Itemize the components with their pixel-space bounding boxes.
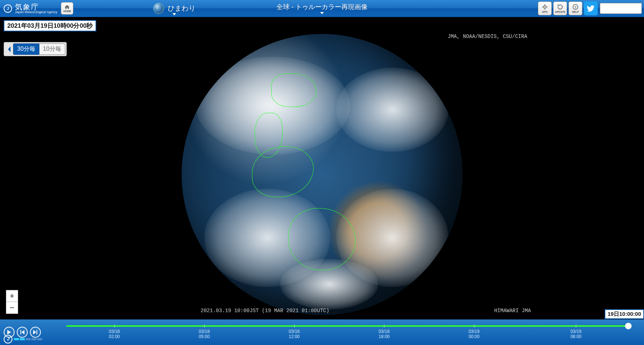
- step-back-icon: [20, 330, 25, 335]
- region-title: 全球 - トゥルーカラー再現画像: [276, 3, 368, 11]
- play-icon: [7, 330, 11, 335]
- agency-logo[interactable]: J 気象庁 Japan Meteorological Agency: [0, 3, 61, 14]
- timeline-tick-label: 03/1812:00: [289, 329, 300, 340]
- interval-collapse-button[interactable]: [5, 43, 13, 55]
- timeline-tick-label: 03/1906:00: [570, 329, 581, 340]
- product-name: ひまわり: [168, 4, 195, 13]
- help-icon: ?: [572, 4, 579, 10]
- region-selector[interactable]: 全球 - トゥルーカラー再現画像: [231, 0, 413, 17]
- twitter-icon: [587, 4, 595, 12]
- gps-icon: [541, 4, 548, 10]
- globe-icon: [153, 3, 164, 14]
- zoom-control: + −: [6, 290, 18, 314]
- gps-label: GPS: [542, 11, 548, 13]
- timeline-tick-label: 03/1805:00: [199, 329, 210, 340]
- image-timestamp-label: 2021.03.19 10:00JST (19 MAR 2021 01:00UT…: [201, 308, 329, 314]
- interval-selector: 30分毎 10分毎: [4, 42, 67, 56]
- satellite-name-label: HIMAWARI JMA: [494, 308, 531, 314]
- home-icon: [64, 4, 70, 9]
- svg-text:?: ?: [574, 5, 577, 9]
- satellite-globe-image: [182, 34, 462, 315]
- timeline-tick-label: 03/1900:00: [469, 329, 480, 340]
- timeline-track[interactable]: 19日10:00:00 03/1802:0003/1805:0003/1812:…: [44, 319, 644, 345]
- help-button[interactable]: ? HELP: [569, 1, 582, 15]
- zoom-out-button[interactable]: −: [6, 302, 18, 314]
- zoom-in-button[interactable]: +: [6, 290, 18, 302]
- timeline-current-tooltip: 19日10:00:00: [605, 309, 644, 319]
- interval-10min-button[interactable]: 10分毎: [39, 43, 65, 55]
- step-forward-icon: [33, 330, 38, 335]
- gps-button[interactable]: GPS: [538, 1, 552, 15]
- timeline-tick-label: 03/1818:00: [379, 329, 389, 340]
- speed-bar: [14, 338, 42, 340]
- svg-point-1: [544, 7, 545, 7]
- home-label: HOME: [63, 10, 71, 12]
- agency-name-jp: 気象庁: [15, 3, 57, 11]
- credit-label: JMA, NOAA/NESDIS, CSU/CIRA: [448, 34, 527, 39]
- chevron-down-icon: [320, 12, 324, 14]
- chevron-left-icon: [7, 46, 11, 53]
- agency-name-en: Japan Meteorological Agency: [15, 11, 57, 14]
- timeline-tick-label: 03/1802:00: [109, 329, 120, 340]
- toolbar-right: GPS UPDATE ? HELP: [538, 0, 642, 17]
- current-timestamp: 2021年03月19日10時00分00秒: [4, 20, 96, 31]
- timeline-knob[interactable]: [625, 323, 632, 329]
- speed-icon: [4, 335, 12, 344]
- speed-control[interactable]: [4, 335, 42, 344]
- map-viewport[interactable]: JMA, NOAA/NESDIS, CSU/CIRA 2021.03.19 10…: [0, 17, 644, 345]
- search-input[interactable]: [600, 3, 642, 14]
- agency-logo-mark: J: [4, 4, 12, 13]
- update-label: UPDATE: [555, 11, 565, 13]
- chevron-down-icon: [172, 13, 176, 15]
- refresh-icon: [556, 4, 564, 10]
- home-button[interactable]: HOME: [61, 2, 73, 15]
- help-label: HELP: [572, 11, 579, 13]
- update-button[interactable]: UPDATE: [553, 1, 567, 15]
- product-selector[interactable]: ひまわり: [153, 0, 195, 17]
- svg-point-4: [7, 339, 9, 341]
- agency-logo-text: 気象庁 Japan Meteorological Agency: [15, 3, 57, 14]
- interval-30min-button[interactable]: 30分毎: [13, 43, 39, 55]
- top-bar: J 気象庁 Japan Meteorological Agency HOME ひ…: [0, 0, 644, 17]
- timeline-bar: 19日10:00:00 03/1802:0003/1805:0003/1812:…: [0, 319, 644, 345]
- twitter-button[interactable]: [584, 1, 598, 15]
